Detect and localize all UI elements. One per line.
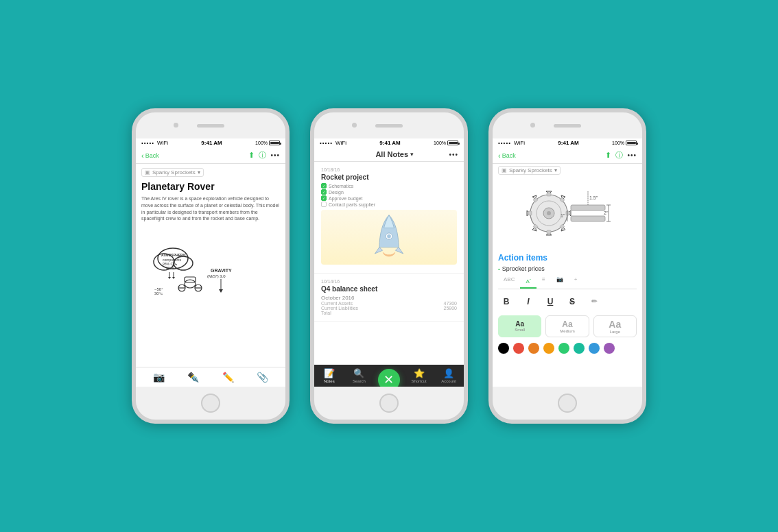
speaker-3 (554, 124, 581, 128)
note-item-rocket[interactable]: 10/18/16 Rocket project Schematics Desig… (314, 162, 464, 274)
home-button-2[interactable] (379, 394, 399, 413)
note-content-1: ▣ Sparky Sprockets ▾ Planetary Rover The… (136, 164, 285, 367)
underline-button[interactable]: U (542, 293, 558, 310)
bullet-icon: • (498, 266, 500, 272)
notebook-tag-3[interactable]: ▣ Sparky Sprockets ▾ (498, 166, 561, 175)
time-2: 9:41 AM (379, 140, 400, 146)
signal-dots-1: ••••• (141, 140, 154, 146)
font-size-label-medium: Medium (560, 329, 574, 333)
strikethrough-button[interactable]: S (564, 293, 580, 310)
note-subtitle-q4: October 2016 (321, 295, 457, 301)
action-item-1: • Sprocket prices (498, 265, 637, 272)
pen-toolbar-icon-1[interactable]: ✒️ (187, 372, 199, 383)
svg-rect-29 (547, 193, 551, 196)
notebook-name-1: Sparky Sprockets (152, 169, 196, 176)
font-size-large[interactable]: Aa Large (593, 315, 637, 337)
nav-bar-1: ‹ Back ⬆ ⓘ ••• (136, 147, 285, 164)
svg-point-28 (547, 211, 551, 215)
notes-tab-icon: 📝 (324, 368, 335, 378)
pencil-button[interactable]: ✏ (586, 293, 602, 310)
q4-row-2: Current Liabilities 25800 (321, 306, 457, 311)
format-tab-abc[interactable]: ABC (498, 274, 520, 289)
color-teal[interactable] (574, 343, 585, 354)
tab-shortcut[interactable]: ⭐ Shortcut (404, 368, 434, 383)
action-title: Action items (498, 253, 637, 263)
format-tab-add[interactable]: + (569, 274, 583, 289)
q4-value-assets: 47300 (444, 301, 457, 306)
back-button-3[interactable]: ‹ Back (498, 152, 516, 160)
svg-text:30°c: 30°c (154, 291, 163, 295)
tab-account[interactable]: 👤 Account (434, 368, 464, 383)
format-tab-camera[interactable]: 📷 (551, 274, 569, 289)
info-icon-1[interactable]: ⓘ (259, 150, 266, 160)
bottom-toolbar-1: 📷 ✒️ ✏️ 📎 (136, 367, 285, 387)
color-yellow[interactable] (543, 343, 554, 354)
color-blue[interactable] (589, 343, 600, 354)
back-label-3: Back (502, 152, 516, 159)
notes-list: 10/18/16 Rocket project Schematics Desig… (314, 162, 464, 365)
q4-row-1: Current Assets 47300 (321, 301, 457, 306)
svg-text:1": 1" (561, 213, 565, 218)
svg-point-24 (387, 234, 391, 238)
tab-search[interactable]: 🔍 Search (344, 368, 375, 383)
note-title-1: Planetary Rover (141, 181, 280, 192)
font-size-aa-medium: Aa (562, 319, 572, 329)
phone-3: ••••• WiFi 9:41 AM 100% ‹ Back ⬆ ⓘ ••• (488, 108, 646, 424)
q4-row-3: Total (321, 311, 457, 315)
checklist-rocket: Schematics Design Approve budget Contact… (321, 183, 457, 207)
svg-rect-32 (528, 211, 532, 215)
check-item-1: Schematics (321, 183, 457, 189)
color-purple[interactable] (604, 343, 615, 354)
home-button-1[interactable] (201, 394, 220, 413)
search-tab-label: Search (353, 379, 366, 383)
font-size-label-large: Large (610, 330, 620, 334)
color-red[interactable] (513, 343, 524, 354)
color-black[interactable] (498, 343, 509, 354)
account-tab-icon: 👤 (443, 368, 454, 378)
note-date-q4: 10/14/16 (321, 279, 457, 284)
share-icon-3[interactable]: ⬆ (605, 151, 611, 160)
color-green[interactable] (558, 343, 569, 354)
note-item-q4[interactable]: 10/14/16 Q4 balance sheet October 2016 C… (314, 274, 464, 322)
pencil-toolbar-icon-1[interactable]: ✏️ (222, 372, 234, 383)
notebook-tag-1[interactable]: ▣ Sparky Sprockets ▾ (141, 168, 204, 177)
svg-point-11 (185, 280, 196, 288)
share-icon-1[interactable]: ⬆ (248, 151, 255, 160)
svg-text:1.5": 1.5" (589, 195, 598, 200)
back-arrow-1: ‹ (141, 152, 144, 160)
font-size-aa-small: Aa (515, 320, 524, 328)
status-bar-1: ••••• WiFi 9:41 AM 100% (136, 138, 285, 147)
back-button-1[interactable]: ‹ Back (141, 152, 159, 160)
check-item-2: Design (321, 189, 457, 195)
more-icon-3[interactable]: ••• (627, 152, 637, 159)
format-tab-list[interactable]: ≡ (537, 274, 551, 289)
all-notes-dropdown: ▾ (410, 151, 414, 158)
svg-text:2": 2" (604, 210, 609, 215)
italic-button[interactable]: I (520, 293, 537, 310)
font-size-small[interactable]: Aa Small (498, 315, 541, 337)
font-size-label-small: Small (515, 328, 525, 332)
camera-toolbar-icon-1[interactable]: 📷 (153, 372, 165, 383)
battery-label-3: 100% (612, 141, 624, 145)
svg-marker-20 (219, 289, 223, 293)
format-tab-style[interactable]: A- (520, 274, 537, 289)
font-size-medium[interactable]: Aa Medium (545, 315, 589, 337)
rocket-image (321, 210, 457, 265)
camera-dot-3 (530, 123, 535, 128)
nav-bar-2: All Notes ▾ ••• (314, 147, 464, 162)
notes-tab-label: Notes (324, 379, 335, 383)
phone-top-1 (136, 112, 285, 138)
info-icon-3[interactable]: ⓘ (615, 150, 623, 160)
check-label-4: Contact parts supplier (329, 202, 375, 207)
tab-bar-2: 📝 Notes 🔍 Search ✕ ⭐ Shortcut 👤 Account (314, 365, 464, 387)
add-button[interactable]: ✕ (378, 369, 400, 387)
home-button-3[interactable] (558, 394, 577, 413)
more-icon-1[interactable]: ••• (270, 152, 280, 159)
bold-button[interactable]: B (498, 293, 515, 310)
color-orange[interactable] (528, 343, 539, 354)
color-picker (498, 343, 637, 354)
more-icon-2[interactable]: ••• (449, 151, 458, 158)
tab-notes[interactable]: 📝 Notes (314, 368, 344, 383)
paperclip-toolbar-icon-1[interactable]: 📎 (257, 372, 268, 383)
svg-rect-30 (547, 230, 551, 234)
